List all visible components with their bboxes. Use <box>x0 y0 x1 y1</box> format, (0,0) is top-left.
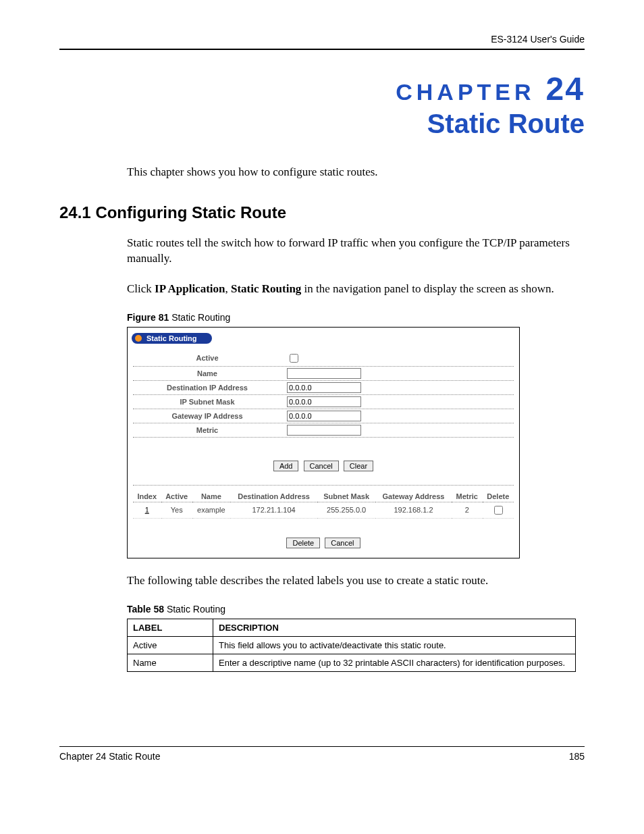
row-active: Yes <box>161 502 192 518</box>
table-row: Name Enter a descriptive name (up to 32 … <box>128 654 576 671</box>
delete-button[interactable]: Delete <box>286 538 320 548</box>
text-run: Click <box>127 282 155 295</box>
row-metric: 2 <box>452 502 483 518</box>
chapter-intro: This chapter shows you how to configure … <box>127 165 585 180</box>
label-metric: Metric <box>133 426 287 434</box>
table-caption-text: Static Routing <box>164 604 225 615</box>
desc-col-label: LABEL <box>128 619 213 636</box>
figure-caption-text: Static Routing <box>169 312 230 323</box>
form-area: Active Name Destination IP Address IP Su… <box>128 348 519 446</box>
screenshot-panel: Static Routing Active Name Destination I… <box>127 327 520 558</box>
row-dest: 172.21.1.104 <box>230 502 317 518</box>
row-name: example <box>192 502 230 518</box>
row-index-link[interactable]: 1 <box>145 506 149 514</box>
input-gateway-ip[interactable] <box>287 411 361 421</box>
label-name: Name <box>133 369 287 377</box>
header-rule <box>59 49 585 50</box>
col-dest: Destination Address <box>230 491 317 502</box>
desc-label: Active <box>128 636 213 654</box>
label-gateway-ip: Gateway IP Address <box>133 412 287 420</box>
add-button[interactable]: Add <box>273 461 299 471</box>
table-row: 1 Yes example 172.21.1.104 255.255.0.0 1… <box>133 502 514 518</box>
table-caption-bold: Table 58 <box>127 604 164 615</box>
figure-caption: Figure 81 Static Routing <box>127 312 585 323</box>
col-name: Name <box>192 491 230 502</box>
footer-page-number: 185 <box>569 751 585 762</box>
desc-text: This field allows you to activate/deacti… <box>213 636 576 654</box>
cancel-button[interactable]: Cancel <box>304 461 339 471</box>
doc-title-header: ES-3124 User's Guide <box>59 34 585 45</box>
col-gw: Gateway Address <box>375 491 452 502</box>
text-bold: IP Application <box>155 282 225 295</box>
row-mask: 255.255.0.0 <box>317 502 375 518</box>
routes-table: Index Active Name Destination Address Su… <box>133 491 514 519</box>
label-subnet-mask: IP Subnet Mask <box>133 398 287 406</box>
chapter-heading: CHAPTER 24 Static Route <box>59 70 585 139</box>
page-footer: Chapter 24 Static Route 185 <box>59 746 585 762</box>
cancel2-button[interactable]: Cancel <box>325 538 360 548</box>
footer-rule <box>59 746 585 747</box>
table-caption: Table 58 Static Routing <box>127 604 585 615</box>
panel-title-pill: Static Routing <box>132 333 212 344</box>
desc-col-description: DESCRIPTION <box>213 619 576 636</box>
section-p2: Click IP Application, Static Routing in … <box>127 282 585 297</box>
row-gw: 192.168.1.2 <box>375 502 452 518</box>
label-destination-ip: Destination IP Address <box>133 384 287 392</box>
col-active: Active <box>161 491 192 502</box>
chapter-label: CHAPTER <box>396 79 535 105</box>
footer-left: Chapter 24 Static Route <box>59 751 160 762</box>
input-name[interactable] <box>287 368 361 379</box>
table-row: Active This field allows you to activate… <box>128 636 576 654</box>
input-subnet-mask[interactable] <box>287 396 361 407</box>
chapter-title: Static Route <box>59 109 585 139</box>
input-destination-ip[interactable] <box>287 382 361 393</box>
figure-caption-bold: Figure 81 <box>127 312 169 323</box>
col-index: Index <box>133 491 161 502</box>
description-table: LABEL DESCRIPTION Active This field allo… <box>127 619 576 672</box>
col-metric: Metric <box>452 491 483 502</box>
desc-text: Enter a descriptive name (up to 32 print… <box>213 654 576 671</box>
text-bold: Static Routing <box>231 282 301 295</box>
after-figure-text: The following table describes the relate… <box>127 573 585 589</box>
checkbox-active[interactable] <box>290 354 298 363</box>
section-heading: 24.1 Configuring Static Route <box>59 203 585 222</box>
section-p1: Static routes tell the switch how to for… <box>127 236 585 267</box>
col-delete: Delete <box>483 491 514 502</box>
desc-label: Name <box>128 654 213 671</box>
label-active: Active <box>133 354 287 362</box>
panel-title: Static Routing <box>146 334 197 342</box>
col-mask: Subnet Mask <box>317 491 375 502</box>
text-run: in the navigation panel to display the s… <box>301 282 554 295</box>
chapter-number: 24 <box>546 71 585 107</box>
input-metric[interactable] <box>287 425 361 436</box>
row-delete-checkbox[interactable] <box>494 506 503 515</box>
text-run: , <box>225 282 231 295</box>
clear-button[interactable]: Clear <box>344 461 373 471</box>
